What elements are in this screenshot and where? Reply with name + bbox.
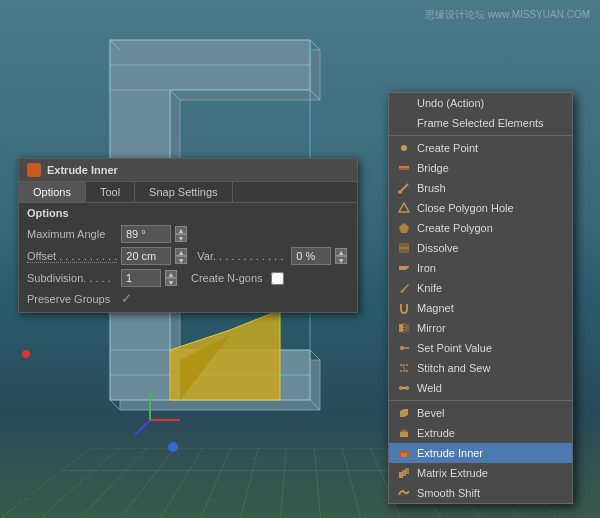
svg-line-11 [310,40,320,50]
subdivision-input[interactable] [121,269,161,287]
menu-item-weld[interactable]: Weld [389,378,572,398]
row-maximum-angle: Maximum Angle ▲ ▼ [19,223,357,245]
svg-rect-54 [405,468,409,474]
menu-item-frame[interactable]: Frame Selected Elements [389,113,572,133]
watermark: 思缘设计论坛 www.MISSYUAN.COM [425,8,590,22]
var-label: Var. . . . . . . . . . . . [197,250,283,262]
maximum-angle-spinner[interactable]: ▲ ▼ [175,226,187,242]
preserve-groups-label: Preserve Groups [27,293,117,305]
separator-2 [389,400,572,401]
extrude-icon [397,426,411,440]
var-input[interactable] [291,247,331,265]
close-polygon-hole-icon [397,201,411,215]
tab-options[interactable]: Options [19,182,86,202]
row-preserve-groups: Preserve Groups ✓ [19,289,357,312]
create-point-icon [397,141,411,155]
offset-input[interactable] [121,247,171,265]
menu-item-set-point-value[interactable]: Set Point Value [389,338,572,358]
menu-item-stitch-and-sew[interactable]: Stitch and Sew [389,358,572,378]
subdivision-spinner[interactable]: ▲ ▼ [165,270,177,286]
maximum-angle-label: Maximum Angle [27,228,117,240]
svg-marker-32 [399,203,409,212]
menu-item-bridge[interactable]: Bridge [389,158,572,178]
preserve-groups-check: ✓ [121,291,132,306]
svg-rect-48 [400,432,408,437]
menu-item-iron[interactable]: Iron [389,258,572,278]
undo-icon [397,96,411,110]
magnet-icon [397,301,411,315]
svg-rect-37 [405,324,409,332]
menu-item-close-polygon-hole[interactable]: Close Polygon Hole [389,198,572,218]
panel-titlebar: Extrude Inner [19,159,357,182]
smooth-shift-icon [397,486,411,500]
menu-item-dissolve[interactable]: Dissolve [389,238,572,258]
svg-marker-33 [399,223,409,233]
svg-rect-36 [399,324,403,332]
section-options: Options [19,203,357,223]
panel-tabs: Options Tool Snap Settings [19,182,357,203]
panel-icon [27,163,41,177]
svg-line-43 [402,365,406,371]
svg-point-39 [400,346,404,350]
row-subdivision: Subdivision. . . . . ▲ ▼ Create N-gons [19,267,357,289]
svg-rect-51 [401,453,407,457]
weld-icon [397,381,411,395]
bridge-icon [397,161,411,175]
svg-point-28 [401,145,407,151]
tab-tool[interactable]: Tool [86,182,135,202]
menu-item-extrude-inner[interactable]: Extrude Inner [389,443,572,463]
var-spinner[interactable]: ▲ ▼ [335,248,347,264]
svg-rect-30 [399,168,409,170]
menu-item-bevel[interactable]: Bevel [389,403,572,423]
menu-item-matrix-extrude[interactable]: Matrix Extrude [389,463,572,483]
context-menu: Undo (Action) Frame Selected Elements Cr… [388,92,573,504]
panel-title: Extrude Inner [47,164,118,176]
menu-item-brush[interactable]: Brush [389,178,572,198]
menu-item-extrude[interactable]: Extrude [389,423,572,443]
svg-marker-49 [400,429,408,432]
tab-snap-settings[interactable]: Snap Settings [135,182,233,202]
offset-spinner[interactable]: ▲ ▼ [175,248,187,264]
create-polygon-icon [397,221,411,235]
row-offset: Offset . . . . . . . . . . ▲ ▼ Var. . . … [19,245,357,267]
iron-icon [397,261,411,275]
svg-point-31 [398,190,402,194]
separator-1 [389,135,572,136]
knife-icon [397,281,411,295]
extrude-inner-panel: Extrude Inner Options Tool Snap Settings… [18,158,358,313]
menu-item-undo[interactable]: Undo (Action) [389,93,572,113]
matrix-extrude-icon [397,466,411,480]
blue-indicator [168,442,178,452]
create-ngons-label: Create N-gons [191,272,263,284]
red-indicator [22,350,30,358]
menu-item-mirror[interactable]: Mirror [389,318,572,338]
menu-item-magnet[interactable]: Magnet [389,298,572,318]
svg-line-21 [110,400,120,410]
svg-line-27 [135,420,150,435]
menu-item-knife[interactable]: Knife [389,278,572,298]
mirror-icon [397,321,411,335]
svg-point-44 [399,386,403,390]
set-point-value-icon [397,341,411,355]
menu-item-create-point[interactable]: Create Point [389,138,572,158]
create-ngons-checkbox[interactable] [271,272,284,285]
maximum-angle-input[interactable] [121,225,171,243]
menu-item-create-polygon[interactable]: Create Polygon [389,218,572,238]
frame-icon [397,116,411,130]
dissolve-icon [397,241,411,255]
stitch-and-sew-icon [397,361,411,375]
svg-marker-47 [400,409,408,417]
svg-line-19 [310,350,320,360]
menu-item-smooth-shift[interactable]: Smooth Shift [389,483,572,503]
brush-icon [397,181,411,195]
bevel-icon [397,406,411,420]
offset-label: Offset . . . . . . . . . . [27,250,117,263]
subdivision-label: Subdivision. . . . . [27,272,117,284]
svg-rect-29 [399,166,409,168]
extrude-inner-icon2 [397,446,411,460]
svg-point-45 [405,386,409,390]
